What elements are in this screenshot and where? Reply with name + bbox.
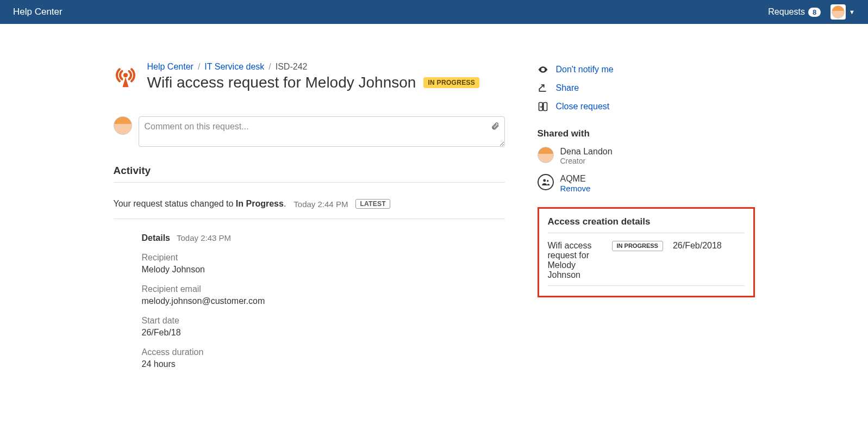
page-title: Wifi access request for Melody Johnson xyxy=(147,74,416,91)
eye-icon xyxy=(538,64,548,75)
shared-person-name: Dena Landon xyxy=(560,147,613,157)
activity-heading: Activity xyxy=(114,165,505,183)
activity-status-value: In Progress xyxy=(236,199,284,208)
recipient-value: Melody Johnson xyxy=(142,265,505,275)
chevron-down-icon: ▼ xyxy=(849,9,855,15)
start-date-label: Start date xyxy=(142,316,505,326)
requests-count-badge: 8 xyxy=(808,8,821,17)
access-duration-label: Access duration xyxy=(142,347,505,357)
activity-entry: Your request status changed to In Progre… xyxy=(114,199,505,219)
svg-point-4 xyxy=(547,180,548,182)
activity-time: Today 2:44 PM xyxy=(294,200,348,209)
access-creation-date: 26/Feb/2018 xyxy=(673,241,722,251)
share-link[interactable]: Share xyxy=(556,83,579,93)
latest-badge: LATEST xyxy=(355,199,390,209)
group-icon xyxy=(538,174,554,190)
topbar: Help Center Requests 8 ▼ xyxy=(0,0,868,24)
shared-group-name: AQME xyxy=(560,174,591,184)
close-request-link[interactable]: Close request xyxy=(556,102,610,111)
details-block: Details Today 2:43 PM Recipient Melody J… xyxy=(142,233,505,369)
details-heading: Details xyxy=(142,233,170,243)
status-badge: IN PROGRESS xyxy=(423,77,479,88)
breadcrumb: Help Center / IT Service desk / ISD-242 xyxy=(147,62,480,72)
requests-label: Requests xyxy=(768,7,805,17)
access-creation-panel: Access creation details Wifi access requ… xyxy=(538,207,755,297)
action-list: Don't notify me Share Close request xyxy=(538,64,755,112)
breadcrumb-key: ISD-242 xyxy=(276,62,308,72)
breadcrumb-root[interactable]: Help Center xyxy=(147,62,193,72)
start-date-value: 26/Feb/18 xyxy=(142,328,505,338)
shared-person: Dena Landon Creator xyxy=(538,147,755,165)
access-creation-row: Wifi access request for Melody Johnson I… xyxy=(548,241,745,286)
svg-rect-2 xyxy=(543,103,547,111)
breadcrumb-separator: / xyxy=(198,62,200,72)
access-creation-heading: Access creation details xyxy=(548,216,745,233)
wifi-antenna-icon xyxy=(114,65,138,89)
svg-point-0 xyxy=(123,73,127,77)
share-icon xyxy=(538,83,548,94)
recipient-email-value: melody.johnson@customer.com xyxy=(142,296,505,306)
svg-point-3 xyxy=(543,179,546,182)
requests-link[interactable]: Requests 8 xyxy=(768,7,821,17)
remove-share-link[interactable]: Remove xyxy=(560,184,591,193)
shared-group: AQME Remove xyxy=(538,174,755,193)
activity-prefix: Your request status changed to xyxy=(114,199,236,208)
close-request-icon xyxy=(538,101,548,112)
recipient-label: Recipient xyxy=(142,253,505,263)
activity-suffix: . xyxy=(284,199,286,208)
shared-with-heading: Shared with xyxy=(538,128,755,139)
access-creation-status: IN PROGRESS xyxy=(612,241,663,251)
shared-person-role: Creator xyxy=(560,157,613,165)
profile-menu[interactable]: ▼ xyxy=(830,4,855,20)
access-creation-title: Wifi access request for Melody Johnson xyxy=(548,241,602,280)
activity-status-text: Your request status changed to In Progre… xyxy=(114,199,286,209)
breadcrumb-separator: / xyxy=(268,62,271,72)
access-duration-value: 24 hours xyxy=(142,359,505,369)
dont-notify-link[interactable]: Don't notify me xyxy=(556,65,614,74)
comment-input[interactable] xyxy=(139,116,505,147)
details-time: Today 2:43 PM xyxy=(177,233,231,242)
avatar xyxy=(538,147,554,163)
avatar xyxy=(830,4,846,20)
recipient-email-label: Recipient email xyxy=(142,284,505,294)
avatar xyxy=(114,116,132,135)
topbar-brand[interactable]: Help Center xyxy=(13,7,63,17)
breadcrumb-project[interactable]: IT Service desk xyxy=(204,62,264,72)
attachment-icon[interactable] xyxy=(491,121,499,133)
